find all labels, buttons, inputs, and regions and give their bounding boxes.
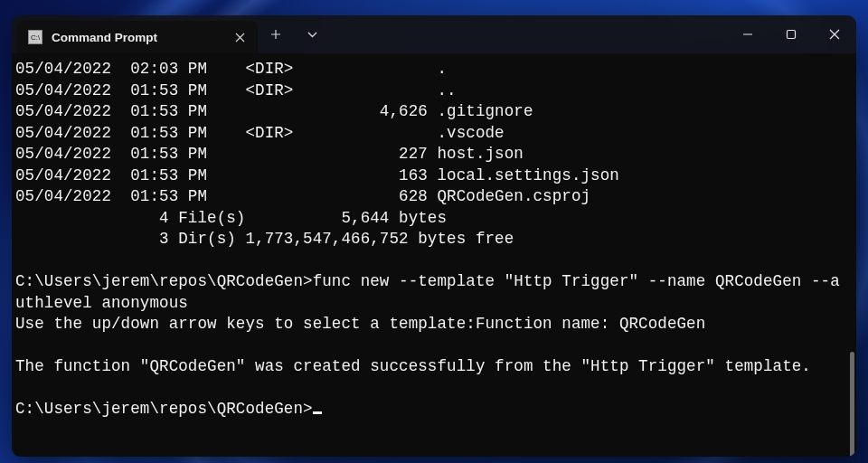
terminal-content[interactable]: 05/04/2022 02:03 PM <DIR> . 05/04/2022 0… [12, 53, 856, 457]
close-window-button[interactable] [813, 15, 856, 53]
tab-title: Command Prompt [52, 31, 222, 44]
minimize-button[interactable] [726, 15, 769, 53]
desktop-wallpaper: C:\ Command Prompt [0, 0, 868, 463]
new-tab-button[interactable] [258, 15, 294, 53]
tab-dropdown-button[interactable] [294, 15, 330, 53]
close-tab-button[interactable] [231, 28, 249, 46]
scrollbar-thumb[interactable] [850, 352, 854, 457]
tab-command-prompt[interactable]: C:\ Command Prompt [17, 21, 258, 53]
titlebar[interactable]: C:\ Command Prompt [12, 15, 856, 53]
maximize-button[interactable] [769, 15, 813, 53]
titlebar-drag-area[interactable] [330, 15, 726, 53]
terminal-output: 05/04/2022 02:03 PM <DIR> . 05/04/2022 0… [15, 59, 854, 420]
cmd-icon: C:\ [28, 30, 42, 44]
svg-rect-0 [788, 31, 796, 39]
terminal-window: C:\ Command Prompt [12, 15, 856, 457]
